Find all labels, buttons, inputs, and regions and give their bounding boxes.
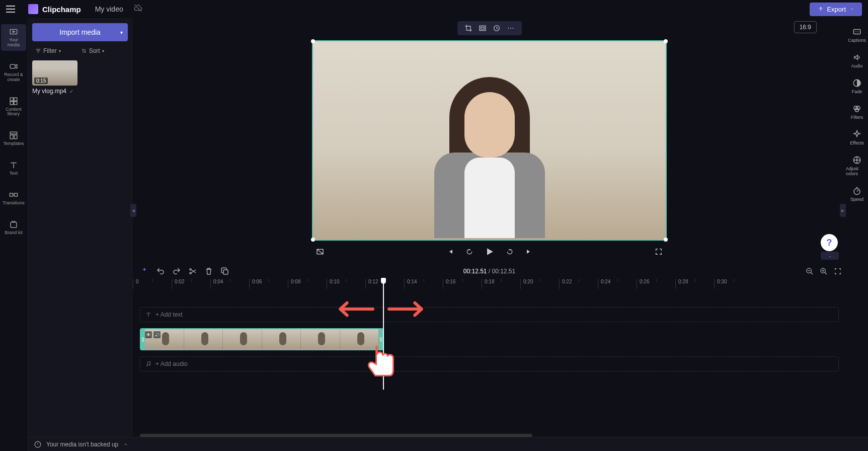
help-button[interactable]: ? xyxy=(821,234,838,251)
cloud-off-icon[interactable] xyxy=(133,4,142,15)
svg-point-17 xyxy=(512,28,513,29)
sidebar-item-record-create[interactable]: Record & create xyxy=(1,59,26,86)
ruler-tick: 0 xyxy=(133,279,172,289)
annotation-drag-arrows xyxy=(334,298,428,320)
magic-icon[interactable] xyxy=(140,267,149,276)
svg-rect-1 xyxy=(10,64,15,68)
info-icon xyxy=(34,441,41,448)
left-sidebar: Your media Record & create Content libra… xyxy=(0,18,27,451)
menu-icon[interactable] xyxy=(6,3,18,15)
aspect-ratio-selector[interactable]: 16:9 xyxy=(794,21,817,33)
zoom-out-icon[interactable] xyxy=(806,267,814,275)
toggle-canvas-icon[interactable] xyxy=(316,248,324,256)
fit-icon[interactable] xyxy=(834,267,842,275)
clipchamp-logo-icon xyxy=(28,4,38,14)
redo-icon[interactable] xyxy=(172,267,181,276)
crop-icon[interactable] xyxy=(464,24,472,32)
text-track-lane[interactable]: + Add text xyxy=(140,307,839,322)
skip-start-icon[interactable] xyxy=(446,248,454,256)
clip-duration: 0:15 xyxy=(34,78,48,84)
svg-point-26 xyxy=(190,269,191,270)
video-preview[interactable] xyxy=(312,40,667,241)
fill-screen-icon[interactable] xyxy=(479,24,487,32)
clip-visibility-icon[interactable]: 👁 xyxy=(145,331,152,338)
play-icon[interactable] xyxy=(485,247,495,257)
media-clip-item[interactable]: 0:15 My vlog.mp4 ✓ xyxy=(32,60,128,95)
ruler-tick: 0:30 xyxy=(714,279,753,289)
sort-icon xyxy=(81,48,87,54)
filter-icon xyxy=(35,48,41,54)
audio-track-lane[interactable]: + Add audio xyxy=(140,356,839,371)
sidebar-item-label: Text xyxy=(10,171,18,176)
svg-rect-10 xyxy=(15,193,18,196)
right-item-fade[interactable]: Fade xyxy=(852,79,862,94)
ruler-tick: 0:20 xyxy=(520,279,559,289)
filter-button[interactable]: Filter ▾ xyxy=(35,47,61,54)
pip-icon[interactable] xyxy=(493,24,501,32)
sidebar-item-label: Templates xyxy=(3,141,24,146)
media-thumbnail: 0:15 xyxy=(32,60,77,86)
more-icon[interactable] xyxy=(507,24,515,32)
arrow-right-icon xyxy=(386,298,428,320)
resize-handle-bl[interactable] xyxy=(311,238,315,242)
copy-icon[interactable] xyxy=(220,267,229,276)
export-label: Export xyxy=(827,6,846,13)
import-media-button[interactable]: Import media ▾ xyxy=(32,23,128,41)
right-item-speed[interactable]: Speed xyxy=(850,186,863,202)
skip-end-icon[interactable] xyxy=(525,248,533,256)
video-clip[interactable]: || 👁 🔊 || xyxy=(140,328,384,350)
undo-icon[interactable] xyxy=(156,267,165,276)
zoom-in-icon[interactable] xyxy=(820,267,828,275)
sort-button[interactable]: Sort ▾ xyxy=(81,47,104,54)
resize-handle-tl[interactable] xyxy=(311,39,315,43)
svg-point-15 xyxy=(508,28,509,29)
right-item-audio[interactable]: Audio xyxy=(851,53,862,68)
sidebar-item-brand-kit[interactable]: Brand kit xyxy=(1,217,26,239)
video-title[interactable]: My video xyxy=(95,5,123,13)
svg-rect-4 xyxy=(10,101,13,104)
right-item-filters[interactable]: Filters xyxy=(851,104,863,120)
timeline-ruler[interactable]: 00:020:040:060:080:100:120:140:160:180:2… xyxy=(133,279,846,289)
footer-notice[interactable]: Your media isn't backed up xyxy=(27,437,868,451)
sidebar-item-text[interactable]: Text xyxy=(1,158,26,179)
app-logo[interactable]: Clipchamp xyxy=(28,4,81,14)
media-clip-name: My vlog.mp4 xyxy=(32,88,66,95)
video-track[interactable]: || 👁 🔊 || xyxy=(140,328,839,350)
audio-icon xyxy=(852,53,861,62)
ruler-tick: 0:16 xyxy=(443,279,482,289)
text-icon xyxy=(145,312,151,318)
rewind-icon[interactable] xyxy=(465,248,474,256)
fullscreen-icon[interactable] xyxy=(655,248,663,256)
ruler-tick: 0:26 xyxy=(637,279,675,289)
app-name: Clipchamp xyxy=(42,5,81,14)
svg-rect-6 xyxy=(10,132,17,134)
topbar: Clipchamp My video Export xyxy=(0,0,868,18)
ruler-tick: 0:04 xyxy=(210,279,249,289)
templates-icon xyxy=(9,131,18,140)
sidebar-item-label: Content library xyxy=(3,107,24,117)
right-item-adjust-colors[interactable]: Adjust colors xyxy=(846,156,868,176)
delete-icon[interactable] xyxy=(204,267,213,276)
sidebar-item-label: Record & create xyxy=(3,72,24,83)
adjust-colors-icon xyxy=(852,156,861,165)
sidebar-item-transitions[interactable]: Transitions xyxy=(1,187,26,209)
sidebar-item-content-library[interactable]: Content library xyxy=(1,94,26,120)
forward-icon[interactable] xyxy=(506,248,514,256)
split-icon[interactable] xyxy=(188,267,197,276)
sidebar-item-your-media[interactable]: Your media xyxy=(1,24,26,51)
filter-label: Filter xyxy=(43,47,57,54)
collapse-bottom-icon[interactable]: ⌄ xyxy=(821,252,839,260)
ruler-tick: 0:28 xyxy=(675,279,714,289)
footer-text: Your media isn't backed up xyxy=(46,441,118,448)
music-icon xyxy=(145,361,151,367)
sidebar-item-templates[interactable]: Templates xyxy=(1,128,26,149)
clip-trim-handle-left[interactable]: || xyxy=(141,329,145,349)
right-item-effects[interactable]: Effects xyxy=(850,130,863,145)
resize-handle-br[interactable] xyxy=(664,238,668,242)
add-text-label: + Add text xyxy=(155,311,183,318)
clip-audio-icon[interactable]: 🔊 xyxy=(153,331,161,338)
right-item-captions[interactable]: Captions xyxy=(848,27,866,43)
resize-handle-tr[interactable] xyxy=(664,39,668,43)
svg-rect-2 xyxy=(10,98,13,101)
export-button[interactable]: Export xyxy=(810,3,862,16)
